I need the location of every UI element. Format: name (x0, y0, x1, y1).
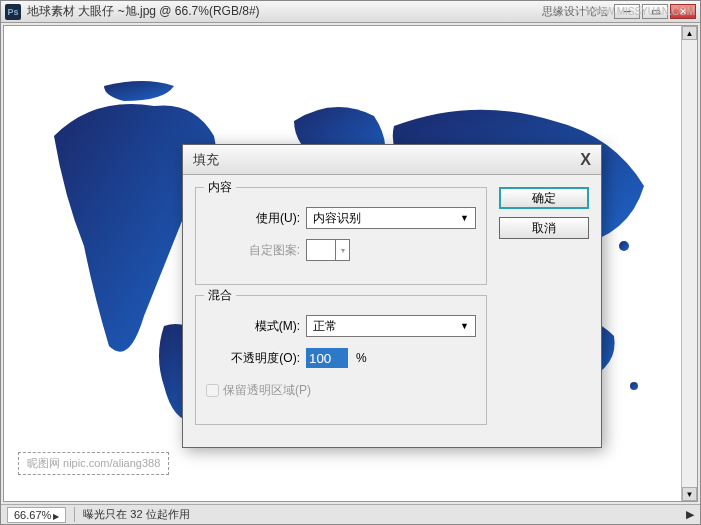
dialog-title: 填充 (193, 151, 580, 169)
watermark-overlay: WWW.MISSYUAN.COM (586, 6, 695, 17)
svg-point-2 (619, 241, 629, 251)
mode-value: 正常 (313, 318, 337, 335)
app-icon: Ps (5, 4, 21, 20)
dialog-close-button[interactable]: X (580, 151, 591, 169)
vertical-scrollbar[interactable]: ▲ ▼ (681, 26, 697, 501)
title-bar: Ps 地球素材 大眼仔 ~旭.jpg @ 66.7%(RGB/8#) 思缘设计论… (1, 1, 700, 23)
zoom-value: 66.67% (14, 509, 51, 521)
zoom-caret-icon: ▶ (53, 512, 59, 521)
scroll-up-icon[interactable]: ▲ (682, 26, 697, 40)
scroll-down-icon[interactable]: ▼ (682, 487, 697, 501)
status-bar: 66.67%▶ 曝光只在 32 位起作用 ▶ (1, 504, 700, 524)
blend-legend: 混合 (204, 287, 236, 304)
use-select[interactable]: 内容识别 ▼ (306, 207, 476, 229)
status-hint: 曝光只在 32 位起作用 (74, 507, 682, 522)
canvas-watermark: 昵图网 nipic.com/aliang388 (18, 452, 169, 475)
dialog-body: 内容 使用(U): 内容识别 ▼ 自定图案: ▾ (183, 175, 601, 447)
opacity-percent: % (356, 351, 367, 365)
chevron-down-icon: ▼ (460, 213, 469, 223)
document-title: 地球素材 大眼仔 ~旭.jpg @ 66.7%(RGB/8#) (27, 3, 542, 20)
blend-group: 混合 模式(M): 正常 ▼ 不透明度(O): % 保留透明区域(P) (195, 295, 487, 425)
fill-dialog: 填充 X 内容 使用(U): 内容识别 ▼ 自定图案: ▾ (182, 144, 602, 448)
pattern-swatch (306, 239, 336, 261)
pattern-label: 自定图案: (206, 242, 306, 259)
content-legend: 内容 (204, 179, 236, 196)
preserve-transparency-label: 保留透明区域(P) (223, 382, 311, 399)
dialog-title-bar[interactable]: 填充 X (183, 145, 601, 175)
chevron-down-icon: ▼ (460, 321, 469, 331)
ok-button[interactable]: 确定 (499, 187, 589, 209)
use-value: 内容识别 (313, 210, 361, 227)
mode-label: 模式(M): (206, 318, 306, 335)
use-label: 使用(U): (206, 210, 306, 227)
status-caret-icon[interactable]: ▶ (686, 508, 694, 521)
pattern-picker-button: ▾ (336, 239, 350, 261)
content-group: 内容 使用(U): 内容识别 ▼ 自定图案: ▾ (195, 187, 487, 285)
cancel-button[interactable]: 取消 (499, 217, 589, 239)
opacity-label: 不透明度(O): (206, 350, 306, 367)
preserve-transparency-checkbox[interactable] (206, 384, 219, 397)
zoom-level[interactable]: 66.67%▶ (7, 507, 66, 523)
opacity-input[interactable] (306, 348, 348, 368)
mode-select[interactable]: 正常 ▼ (306, 315, 476, 337)
svg-point-3 (630, 382, 638, 390)
